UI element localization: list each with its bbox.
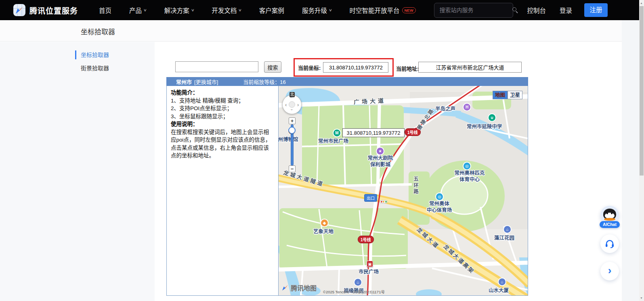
new-badge: NEW (402, 7, 416, 13)
aichat-label[interactable]: AIChat (600, 221, 620, 228)
widget-header: 常州市 [更换城市] 当前缩放等级：16 (166, 77, 528, 86)
brand-logo[interactable]: 腾讯位置服务 (13, 4, 78, 16)
pan-right-icon[interactable]: › (297, 103, 299, 107)
compass-icon (281, 284, 289, 292)
penguin-mascot-icon (603, 209, 616, 220)
top-navbar: 腾讯位置服务 首页 产品∨ 解决方案∨ 开发文档∨ 客户案例 服务升级∨ 时空智… (0, 0, 639, 20)
hotel-icon[interactable]: H (464, 104, 470, 111)
theatre-icon[interactable]: ★ (377, 148, 384, 155)
pan-down-icon[interactable]: ˇ (291, 110, 292, 114)
chevron-down-icon: ∨ (238, 8, 242, 12)
nav-item-products[interactable]: 产品∨ (129, 6, 147, 15)
nav-item-cases[interactable]: 客户案例 (259, 6, 284, 15)
map-copyright: ©2025 Tencent - GS京(2023)1171号 (323, 289, 385, 295)
intro-item: 2、支持POI点坐标显示； (171, 105, 274, 113)
pan-left-icon[interactable]: ‹ (285, 103, 287, 107)
nav-item-docs[interactable]: 开发文档∨ (212, 6, 241, 15)
zoom-in-button[interactable]: + (289, 117, 296, 124)
chevron-down-icon: ∨ (329, 8, 332, 12)
title-bar: 坐标拾取器 (0, 20, 639, 42)
map-type-button-map[interactable]: 地图 (493, 91, 508, 99)
school-icon[interactable]: ∪ (489, 114, 495, 121)
site-search-input[interactable] (439, 7, 512, 13)
poi-label-aoti-stadium[interactable]: 常州奥体中心体育场 (415, 201, 464, 213)
nav-menu: 首页 产品∨ 解决方案∨ 开发文档∨ 客户案例 服务升级∨ 时空智能开放平台NE… (99, 6, 416, 15)
stadium-icon[interactable]: ◎ (436, 193, 443, 200)
coordinate-tooltip: 31.808710,119.973772 (342, 128, 405, 137)
expand-panel-button[interactable]: › (600, 262, 619, 280)
shopping-icon[interactable]: ◆ (321, 219, 328, 226)
console-link[interactable]: 控制台 (527, 6, 546, 15)
building-icon[interactable]: ⌂ (499, 278, 506, 285)
olympic-center-icon[interactable]: ◎ (464, 163, 470, 169)
poi-label-art-world[interactable]: 艺象天地 (313, 227, 334, 235)
site-search-box[interactable] (434, 3, 513, 18)
address-label: 当前地址: (396, 65, 419, 72)
page-right-gutter (622, 20, 639, 301)
coordinate-label: 当前坐标: (298, 64, 321, 71)
poi-label-peninsula[interactable]: 半岛之声 (435, 105, 455, 112)
register-button[interactable]: 注册 (584, 3, 608, 17)
current-coordinate-highlight: 当前坐标: (294, 58, 394, 77)
poi-label-civic-square[interactable]: 常州市民广场 (318, 137, 348, 144)
chevron-down-icon: ∨ (191, 8, 194, 12)
pan-up-icon[interactable]: ˆ (290, 97, 292, 101)
residence-icon[interactable]: ⌂ (355, 279, 361, 286)
north-indicator: 北 (289, 92, 295, 97)
customer-service-button[interactable] (600, 234, 619, 253)
scrollbar-up-icon[interactable]: ▲ (640, 2, 643, 4)
zoom-level-text: 当前缩放等级：16 (243, 78, 285, 86)
nav-item-solutions[interactable]: 解决方案∨ (164, 6, 194, 15)
poi-label-citizen-square-station[interactable]: 市民广场 (359, 268, 379, 275)
poi-label-shanshui[interactable]: 山水大厦 (489, 286, 509, 294)
poi-label-olympic-center[interactable]: 常州奥林匹克体育中心 (443, 170, 496, 183)
traffic-light-icon (380, 200, 388, 203)
sidebar-item-coordinate-picker[interactable]: 坐标拾取器 (75, 50, 109, 59)
chevron-down-icon: ∨ (143, 8, 147, 12)
poi-search-input[interactable] (175, 61, 258, 72)
city-name: 常州市 (176, 78, 192, 86)
poi-label-zaojiang[interactable]: 藻江花园 (494, 234, 514, 241)
zoom-out-button[interactable]: − (289, 165, 296, 172)
residence-icon[interactable]: ⌂ (504, 226, 511, 233)
metro-station-icon[interactable]: ▣ (367, 261, 373, 267)
metro-entrance-icon[interactable]: M (334, 130, 340, 136)
map-container[interactable]: 31.808710,119.973772 ⌂ 常州博物馆 M 常州市民广场 半岛… (279, 86, 528, 295)
change-city-link[interactable]: [更换城市] (194, 78, 218, 86)
tencent-map-logo: 腾讯地图 (281, 283, 317, 293)
usage-title: 使用说明： (171, 120, 274, 128)
poi-label-grand-theatre[interactable]: 常州大剧院保利影城 (356, 155, 405, 168)
exit-badge: 出口 (364, 194, 377, 202)
scrollbar-thumb[interactable] (640, 6, 644, 176)
sidebar-item-streetview-picker[interactable]: 街景拾取器 (75, 64, 109, 73)
page: 腾讯位置服务 首页 产品∨ 解决方案∨ 开发文档∨ 客户案例 服务升级∨ 时空智… (0, 0, 644, 301)
pan-control[interactable]: ˆ ˇ ‹ › (282, 95, 302, 114)
tencent-location-logo-icon (13, 4, 25, 16)
instructions-panel: 功能简介： 1、支持地址 精确/模糊 查询； 2、支持POI点坐标显示； 3、坐… (167, 86, 279, 295)
widget-body: 功能简介： 1、支持地址 精确/模糊 查询； 2、支持POI点坐标显示； 3、坐… (166, 86, 528, 296)
road-label-wuhuan: 五环路 (412, 176, 420, 195)
search-button[interactable]: 搜索 (264, 61, 281, 73)
address-value-input[interactable] (418, 62, 522, 73)
brand-name: 腾讯位置服务 (29, 5, 78, 16)
chevron-right-icon: › (608, 264, 612, 277)
road-label-guangchang: 广场大道 (354, 96, 386, 106)
map-logo-text: 腾讯地图 (291, 283, 317, 293)
search-icon[interactable] (512, 7, 518, 13)
nav-item-spatiotemporal-platform[interactable]: 时空智能开放平台NEW (349, 6, 415, 15)
page-title: 坐标拾取器 (81, 26, 115, 36)
intro-title: 功能简介： (171, 89, 274, 97)
login-link[interactable]: 登录 (560, 6, 572, 15)
usage-text: 在搜索框搜索关键词后，地图上会显示相应poi点，同时左侧显示对应该点的信息，点击… (171, 128, 274, 160)
poi-label-museum[interactable]: 常州博物馆 (279, 135, 298, 143)
pan-center-knob[interactable] (289, 101, 295, 108)
zoom-slider-knob[interactable] (288, 127, 296, 134)
scrollbar-down-icon[interactable]: ▼ (640, 297, 643, 299)
headset-icon (605, 239, 615, 248)
map-type-button-satellite[interactable]: 卫星 (508, 91, 522, 99)
poi-label-yanling-school[interactable]: 常州市延陵中学 (467, 122, 502, 130)
nav-item-home[interactable]: 首页 (99, 6, 111, 15)
intro-item: 1、支持地址 精确/模糊 查询； (171, 97, 274, 105)
coordinate-value-input[interactable] (323, 62, 388, 73)
nav-item-upgrade[interactable]: 服务升级∨ (302, 6, 332, 15)
